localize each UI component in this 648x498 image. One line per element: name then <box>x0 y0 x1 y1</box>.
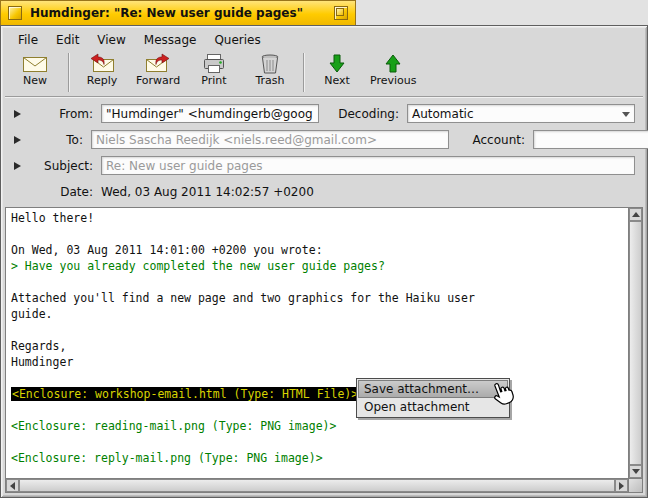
toolbar-separator <box>68 53 69 92</box>
menubar-item-view[interactable]: View <box>88 31 134 49</box>
body-line: Hello there! <box>11 210 623 226</box>
body-line <box>11 322 623 338</box>
mail-window: File Edit View Message Queries New <box>0 25 648 498</box>
horizontal-scrollbar[interactable] <box>6 478 628 492</box>
forward-button[interactable]: Forward <box>130 51 186 94</box>
subject-menu-arrow-icon[interactable] <box>14 162 21 170</box>
account-label: Account: <box>449 133 525 147</box>
body-line: guide. <box>11 306 623 322</box>
menu-item-save-attachment[interactable]: Save attachment… <box>358 380 508 398</box>
resize-corner[interactable] <box>628 478 642 492</box>
menu-item-open-attachment[interactable]: Open attachment <box>358 398 508 416</box>
to-field: Niels Sascha Reedijk <niels.reed@gmail.c… <box>91 130 449 149</box>
trash-button[interactable]: Trash <box>242 51 298 94</box>
chevron-down-icon <box>622 112 630 117</box>
toolbar: New Reply <box>5 50 643 97</box>
from-label: From: <box>31 107 93 121</box>
date-label: Date: <box>31 185 93 199</box>
enclosure-link[interactable]: <Enclosure: reply-mail.png (Type: PNG im… <box>11 450 623 466</box>
body-line <box>11 402 623 418</box>
decoding-label: Decoding: <box>325 107 399 121</box>
window-title: Humdinger: "Re: New user guide pages" <box>30 6 326 20</box>
body-line <box>11 434 623 450</box>
zoom-button[interactable] <box>334 6 348 20</box>
new-mail-icon <box>22 53 48 74</box>
menubar-item-queries[interactable]: Queries <box>205 31 269 49</box>
enclosure-link-selected[interactable]: <Enclosure: workshop-email.html (Type: H… <box>11 386 623 402</box>
scroll-right-button[interactable] <box>615 479 628 492</box>
new-button[interactable]: New <box>7 51 63 94</box>
to-label: To: <box>21 133 83 147</box>
previous-arrow-icon <box>383 53 403 74</box>
arrow-down-icon <box>632 469 640 474</box>
subject-label: Subject: <box>31 159 93 173</box>
arrow-right-icon <box>619 482 624 490</box>
from-menu-arrow-icon[interactable] <box>14 110 21 118</box>
trash-button-label: Trash <box>255 74 284 87</box>
forward-icon <box>145 53 171 74</box>
body-line <box>11 226 623 242</box>
arrow-left-icon <box>10 482 15 490</box>
body-line: On Wed, 03 Aug 2011 14:01:00 +0200 you w… <box>11 242 623 258</box>
trash-icon <box>257 53 283 74</box>
menubar-item-edit[interactable]: Edit <box>47 31 88 49</box>
mail-headers: From: Decoding: Automatic To: Niels Sasc… <box>5 97 643 206</box>
message-body-view[interactable]: Hello there! On Wed, 03 Aug 2011 14:01:0… <box>5 207 643 493</box>
toolbar-separator <box>303 53 304 92</box>
selected-enclosure-text[interactable]: <Enclosure: workshop-email.html (Type: H… <box>11 387 359 401</box>
scroll-left-button[interactable] <box>6 479 19 492</box>
vertical-scrollbar[interactable] <box>628 208 642 478</box>
print-button-label: Print <box>201 74 226 87</box>
reply-button-label: Reply <box>87 74 117 87</box>
enclosure-link[interactable]: <Enclosure: reading-mail.png (Type: PNG … <box>11 418 623 434</box>
decoding-value: Automatic <box>412 107 474 121</box>
body-line: Attached you'll find a new page and two … <box>11 290 623 306</box>
horizontal-scroll-knob[interactable] <box>19 479 615 492</box>
screen: Humdinger: "Re: New user guide pages" Fi… <box>0 0 648 498</box>
print-icon <box>201 53 227 74</box>
date-value: Wed, 03 Aug 2011 14:02:57 +0200 <box>101 185 314 199</box>
to-row: To: Niels Sascha Reedijk <niels.reed@gma… <box>5 130 635 149</box>
menubar-item-file[interactable]: File <box>9 31 47 49</box>
account-field[interactable] <box>533 130 648 149</box>
menubar: File Edit View Message Queries <box>5 30 643 50</box>
body-line: Regards, <box>11 338 623 354</box>
subject-row: Subject: Re: New user guide pages <box>5 156 635 175</box>
previous-button-label: Previous <box>370 74 417 87</box>
close-button[interactable] <box>8 6 22 20</box>
previous-button[interactable]: Previous <box>365 51 422 94</box>
date-row: Date: Wed, 03 Aug 2011 14:02:57 +0200 <box>5 182 635 201</box>
reply-button[interactable]: Reply <box>74 51 130 94</box>
menubar-item-message[interactable]: Message <box>135 31 206 49</box>
vertical-scroll-knob[interactable] <box>629 221 642 465</box>
message-text[interactable]: Hello there! On Wed, 03 Aug 2011 14:01:0… <box>6 208 628 478</box>
arrow-up-icon <box>632 212 640 217</box>
to-menu-arrow-icon[interactable] <box>14 136 21 144</box>
print-button[interactable]: Print <box>186 51 242 94</box>
from-field[interactable] <box>101 104 319 123</box>
quoted-line: > Have you already completed the new use… <box>11 258 623 274</box>
forward-button-label: Forward <box>136 74 180 87</box>
window-title-tab[interactable]: Humdinger: "Re: New user guide pages" <box>0 0 356 25</box>
subject-field: Re: New user guide pages <box>101 156 635 175</box>
decoding-dropdown[interactable]: Automatic <box>407 104 635 123</box>
next-arrow-icon <box>327 53 347 74</box>
next-button[interactable]: Next <box>309 51 365 94</box>
scroll-down-button[interactable] <box>629 465 642 478</box>
scroll-up-button[interactable] <box>629 208 642 221</box>
reply-icon <box>89 53 115 74</box>
body-line <box>11 370 623 386</box>
body-line: Humdinger <box>11 354 623 370</box>
new-button-label: New <box>23 74 47 87</box>
from-row: From: Decoding: Automatic <box>5 104 635 123</box>
body-line <box>11 274 623 290</box>
next-button-label: Next <box>324 74 350 87</box>
